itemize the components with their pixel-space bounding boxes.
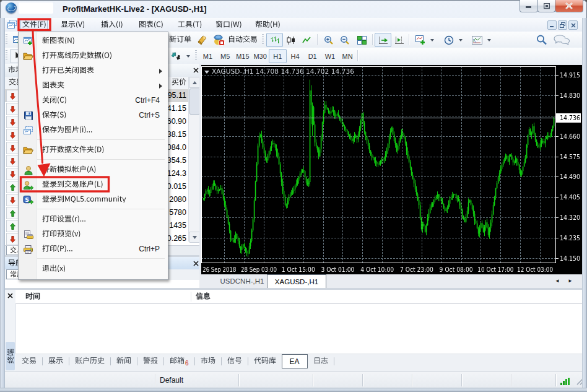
close-button[interactable] <box>555 0 583 12</box>
toolbar-grip[interactable] <box>6 34 8 45</box>
menu-item-print[interactable]: Ctrl+P <box>19 242 167 256</box>
tabs-scroll-left[interactable]: ◄ <box>555 279 560 284</box>
maximize-button[interactable] <box>537 0 555 12</box>
terminal-tab-market[interactable] <box>195 354 221 368</box>
menu-item-login-trade-account[interactable] <box>19 177 167 192</box>
chart-tab-label: USDCNH-,H1 <box>220 277 264 285</box>
menu-item-profiles[interactable] <box>19 78 167 93</box>
menu-item-print-preview[interactable] <box>19 227 167 242</box>
tabs-scroll-right[interactable]: ► <box>568 279 573 284</box>
autotrading-toggle-button[interactable] <box>225 33 261 47</box>
column-header-bid[interactable] <box>172 78 186 87</box>
timeframe-button[interactable]: D1 <box>303 49 321 63</box>
periods-button[interactable] <box>440 33 457 47</box>
search-button[interactable] <box>536 35 547 48</box>
indicators-button[interactable] <box>412 33 428 47</box>
menu-item-open-deleted[interactable] <box>19 63 167 78</box>
templates-button[interactable] <box>469 33 485 47</box>
menu-item-close[interactable]: Ctrl+F4 <box>19 93 167 108</box>
timeframe-button[interactable]: H4 <box>286 49 304 63</box>
mdi-restore-button[interactable] <box>558 20 567 30</box>
terminal-tab-exposure[interactable] <box>43 354 69 368</box>
timeframe-label: M15 <box>236 53 249 60</box>
timeframe-button[interactable]: M5 <box>216 49 234 63</box>
terminal-tab-mailbox[interactable]: 6 <box>164 354 194 368</box>
terminal-caption-title[interactable] <box>6 342 15 370</box>
price-chart[interactable] <box>199 65 582 274</box>
navigator-close-button[interactable] <box>192 259 199 267</box>
timeframe-button[interactable]: W1 <box>321 49 339 63</box>
column-header-message[interactable] <box>196 292 211 302</box>
timeframe-button[interactable]: MN <box>339 49 357 63</box>
metaeditor-button[interactable] <box>197 35 208 48</box>
minimize-button[interactable] <box>520 0 538 12</box>
terminal-tab-codebase[interactable] <box>248 354 282 368</box>
menu-item-open-offline[interactable] <box>19 48 167 63</box>
arrows-tool-button[interactable] <box>168 49 185 63</box>
toolbar-grip[interactable] <box>195 50 198 61</box>
menu-item-new-chart[interactable] <box>19 33 167 48</box>
menubar-item[interactable] <box>20 19 48 30</box>
terminal-tab-journal[interactable] <box>308 354 334 368</box>
timeframe-button[interactable]: M1 <box>199 49 217 63</box>
menu-item-exit[interactable] <box>19 261 167 276</box>
periods-dropdown[interactable] <box>456 33 465 47</box>
menu-item-login-mql5[interactable]: S <box>19 192 167 207</box>
terminal-tab-trade[interactable] <box>16 354 42 368</box>
bar-chart-button[interactable] <box>266 33 283 47</box>
auto-scroll-button[interactable] <box>375 33 391 47</box>
menubar-item[interactable] <box>215 19 242 30</box>
market-watch-close-button[interactable] <box>192 66 199 74</box>
scrollbar-thumb[interactable] <box>189 89 200 115</box>
autotrading-button[interactable] <box>213 34 225 48</box>
community-chat-button[interactable] <box>554 35 570 48</box>
save-icon <box>23 110 33 121</box>
arrows-tool-dropdown[interactable] <box>183 49 193 63</box>
bid-price: 0.015 <box>167 182 186 191</box>
menubar-item[interactable] <box>98 19 126 30</box>
mdi-minimize-button[interactable] <box>547 20 557 30</box>
zoom-out-button[interactable] <box>336 33 353 47</box>
menubar <box>0 18 587 32</box>
chevron-down-icon <box>487 39 491 41</box>
toolbar-grip[interactable] <box>6 50 8 61</box>
terminal-tab-experts[interactable]: EA <box>282 354 308 368</box>
timeframe-button[interactable]: M30 <box>251 49 269 63</box>
terminal-tab-signals[interactable] <box>222 354 248 368</box>
timeframe-button[interactable]: M15 <box>233 49 251 63</box>
templates-dropdown[interactable] <box>484 33 494 47</box>
line-chart-button[interactable] <box>298 33 315 47</box>
chart-tab[interactable]: XAGUSD-,H1 <box>267 274 326 288</box>
market-watch-scrollbar[interactable] <box>188 77 199 242</box>
connection-status-icon[interactable] <box>560 377 570 388</box>
menu-item-print-setup[interactable] <box>19 212 167 227</box>
terminal-tab-history[interactable] <box>69 354 110 368</box>
status-profile[interactable]: Default <box>160 376 183 385</box>
menubar-item[interactable] <box>59 19 87 30</box>
menubar-item[interactable] <box>254 19 281 30</box>
toolbar-grip[interactable] <box>262 34 264 45</box>
menubar-item-label <box>255 20 280 30</box>
terminal-tab-alerts[interactable] <box>137 354 163 368</box>
column-header-time[interactable] <box>25 292 40 302</box>
mdi-system-icon[interactable] <box>7 20 19 32</box>
menubar-item[interactable] <box>137 19 164 30</box>
zoom-in-button[interactable] <box>320 33 337 47</box>
timeframe-button[interactable]: H1 <box>269 49 287 63</box>
indicators-dropdown[interactable] <box>427 33 437 47</box>
menu-item-save[interactable]: Ctrl+S <box>19 108 167 123</box>
terminal-tab-label <box>116 357 131 366</box>
menu-item-save-picture[interactable] <box>19 123 167 137</box>
candlestick-chart-button[interactable] <box>282 33 299 47</box>
terminal-tab-news[interactable] <box>111 354 137 368</box>
menu-item-open-account[interactable] <box>19 162 167 177</box>
menu-item-open-data-folder[interactable] <box>19 142 167 157</box>
tick-down-icon <box>10 106 15 113</box>
terminal-close-button[interactable] <box>6 292 14 299</box>
tile-windows-button[interactable] <box>354 33 370 47</box>
mdi-close-button[interactable] <box>568 20 578 30</box>
chart-shift-button[interactable] <box>391 33 407 47</box>
chart-tab[interactable]: USDCNH-,H1 <box>212 274 272 287</box>
menubar-item[interactable] <box>176 19 203 30</box>
menu-item-label <box>42 146 104 155</box>
